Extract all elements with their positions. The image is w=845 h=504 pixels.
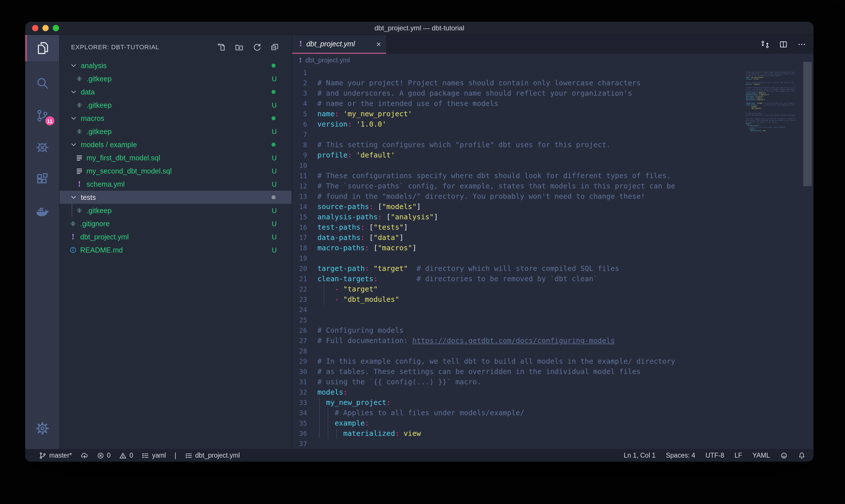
code-line[interactable]: 33 my_new_project: <box>292 397 813 408</box>
code-line[interactable]: 16test-paths: ["tests"] <box>292 222 813 233</box>
zoom-window-button[interactable] <box>53 25 59 31</box>
code-line[interactable]: 35 example: <box>292 418 813 428</box>
status-errors[interactable]: 0 <box>96 452 111 459</box>
code-line[interactable]: 19 <box>292 253 813 264</box>
status-linter-file[interactable]: dbt_project.yml <box>185 452 240 459</box>
tree-item-my-first-dbt-model-sql[interactable]: my_first_dbt_model.sqlU <box>59 151 292 164</box>
activity-item-extensions[interactable] <box>25 165 59 192</box>
activity-item-explorer[interactable] <box>25 35 59 61</box>
code-line[interactable]: 26# Configuring models <box>292 325 813 336</box>
code-line[interactable]: 4# name or the intended use of these mod… <box>292 98 813 109</box>
tree-item-dbt-project-yml[interactable]: !dbt_project.ymlU <box>59 230 292 244</box>
code-line[interactable]: 14source-paths: ["models"] <box>292 202 813 212</box>
code-line[interactable]: 15analysis-paths: ["analysis"] <box>292 212 813 222</box>
scrollbar-thumb[interactable] <box>803 62 812 186</box>
tree-item-gitkeep[interactable]: .gitkeepU <box>59 204 292 217</box>
code-text: data-paths: ["data"] <box>317 233 403 243</box>
code-line[interactable]: 27# Full documentation: https://docs.get… <box>292 336 813 346</box>
split-editor-button[interactable] <box>779 40 788 49</box>
activity-item-search[interactable] <box>25 70 59 96</box>
status-eol[interactable]: LF <box>734 452 742 459</box>
code-line[interactable]: 6version: '1.0.0' <box>292 119 813 129</box>
indent-guide <box>336 428 337 439</box>
code-line[interactable]: 31# using the `{{ config(...) }}` macro. <box>292 377 813 387</box>
code-line[interactable]: 25 <box>292 315 813 325</box>
tree-item-my-second-dbt-model-sql[interactable]: my_second_dbt_model.sqlU <box>59 164 292 178</box>
tree-item-schema-yml[interactable]: !schema.ymlU <box>59 178 292 191</box>
close-tab-icon[interactable]: × <box>376 40 381 48</box>
breadcrumb-item[interactable]: dbt_project.yml <box>305 57 350 64</box>
tree-folder-analysis[interactable]: analysis <box>59 59 292 72</box>
code-line[interactable]: 8# This setting configures which "profil… <box>292 140 813 150</box>
indent-guide <box>328 408 328 418</box>
yaml-alert-icon: ! <box>76 180 83 188</box>
new-folder-button[interactable] <box>235 43 244 51</box>
traffic-lights <box>32 25 59 31</box>
tree-item-gitkeep[interactable]: .gitkeepU <box>59 72 292 85</box>
close-window-button[interactable] <box>32 25 38 31</box>
line-number: 17 <box>292 233 307 243</box>
activity-item-source-control[interactable]: 11 <box>25 103 59 129</box>
line-number: 12 <box>292 181 307 191</box>
collapse-folders-button[interactable] <box>270 43 279 51</box>
code-line[interactable]: 5name: 'my_new_project' <box>292 109 813 119</box>
breadcrumb[interactable]: ! dbt_project.yml <box>292 54 813 67</box>
tree-folder-data[interactable]: data <box>59 85 292 98</box>
refresh-explorer-button[interactable] <box>253 43 261 51</box>
code-line[interactable]: 17data-paths: ["data"] <box>292 233 813 243</box>
tree-item-gitkeep[interactable]: .gitkeepU <box>59 98 292 112</box>
tree-item-gitignore[interactable]: .gitignoreU <box>59 217 292 230</box>
code-line[interactable]: 10 <box>292 160 813 171</box>
code-line[interactable]: 30# as tables. These settings can be ove… <box>292 366 813 377</box>
code-line[interactable]: 2# Name your project! Project names shou… <box>292 78 813 88</box>
status-sync-changes[interactable] <box>80 452 88 459</box>
code-line[interactable]: 9profile: 'default' <box>292 150 813 160</box>
code-line[interactable]: 32models: <box>292 387 813 397</box>
code-line[interactable]: 37 <box>292 439 813 449</box>
file-label: .gitkeep <box>87 101 112 109</box>
code-line[interactable]: 36 materialized: view <box>292 428 813 439</box>
status-indentation[interactable]: Spaces: 4 <box>666 452 695 459</box>
code-line[interactable]: 21clean-targets: # directories to be rem… <box>292 274 813 284</box>
status-encoding[interactable]: UTF-8 <box>705 452 724 459</box>
code-line[interactable]: 13# found in the "models/" directory. Yo… <box>292 191 813 202</box>
code-line[interactable]: 20target-path: "target" # directory whic… <box>292 264 813 274</box>
tree-folder-models-example[interactable]: models / example <box>59 138 292 151</box>
new-file-button[interactable] <box>217 43 226 51</box>
minimize-window-button[interactable] <box>42 25 49 31</box>
code-line[interactable]: 29# In this example config, we tell dbt … <box>292 356 813 366</box>
code-line[interactable]: 23 - "dbt_modules" <box>292 294 813 305</box>
activity-item-settings[interactable] <box>25 415 59 442</box>
code-line[interactable]: 22 - "target" <box>292 284 813 294</box>
code-editor[interactable]: 12# Name your project! Project names sho… <box>292 67 813 449</box>
status-linter-yaml[interactable]: yaml <box>142 452 166 459</box>
status-notifications[interactable] <box>798 452 806 459</box>
open-changes-button[interactable] <box>761 40 769 49</box>
line-number: 23 <box>292 294 307 305</box>
more-actions-button[interactable] <box>797 40 806 49</box>
code-line[interactable]: 28 <box>292 346 813 356</box>
code-line[interactable]: 24 <box>292 305 813 315</box>
tree-folder-macros[interactable]: macros <box>59 112 292 125</box>
activity-item-docker[interactable] <box>25 198 59 224</box>
tab-dbt-project-yml[interactable]: ! dbt_project.yml × <box>292 35 386 54</box>
status-bar: master*00yaml|dbt_project.yml Ln 1, Col … <box>25 449 813 462</box>
status-feedback[interactable] <box>780 452 788 459</box>
minimap[interactable]: # Name your project! Project names shoul… <box>746 70 795 133</box>
status-language-mode[interactable]: YAML <box>753 452 770 459</box>
code-line[interactable]: 3# and underscores. A good package name … <box>292 88 813 98</box>
code-line[interactable]: 11# These configurations specify where d… <box>292 171 813 181</box>
status-warnings[interactable]: 0 <box>119 452 133 459</box>
code-line[interactable]: 18macro-paths: ["macros"] <box>292 243 813 253</box>
tree-item-readme-md[interactable]: README.mdU <box>59 244 292 256</box>
code-line[interactable]: 34 # Applies to all files under models/e… <box>292 408 813 418</box>
tree-folder-tests[interactable]: tests <box>59 191 292 204</box>
code-line[interactable]: 12# The `source-paths` config, for examp… <box>292 181 813 191</box>
file-label: my_second_dbt_model.sql <box>87 167 172 175</box>
status-cursor-position[interactable]: Ln 1, Col 1 <box>624 452 655 459</box>
code-line[interactable]: 7 <box>292 129 813 140</box>
status-git-branch[interactable]: master* <box>39 452 72 459</box>
activity-item-debug[interactable] <box>25 133 59 160</box>
code-line[interactable]: 1 <box>292 68 813 78</box>
tree-item-gitkeep[interactable]: .gitkeepU <box>59 125 292 138</box>
